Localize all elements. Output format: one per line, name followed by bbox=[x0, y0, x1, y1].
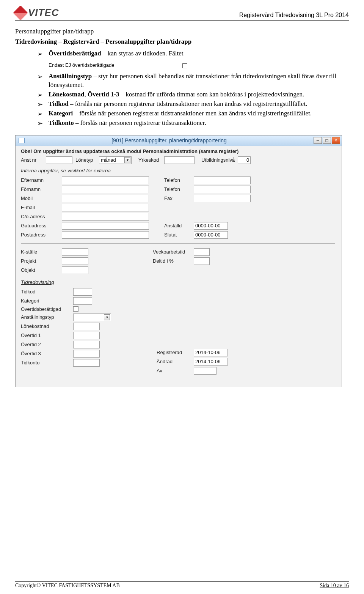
bullet-label: Övertidsberättigad bbox=[49, 50, 101, 57]
mobil-label: Mobil bbox=[21, 195, 59, 201]
lonekostnad-input[interactable] bbox=[73, 323, 100, 330]
bullet-tidkonto: Tidkonto – förslås när personen registre… bbox=[37, 119, 349, 128]
email-label: E-mail bbox=[21, 205, 59, 210]
telefon-label-2: Telefon bbox=[164, 186, 191, 192]
tidkod-label: Tidkod bbox=[21, 289, 70, 295]
window-titlebar: [901] Personaluppgifter, planering/tidra… bbox=[16, 136, 342, 146]
bullet-label: Kategori bbox=[49, 110, 73, 117]
bullet-label-2: Övertid 1-3 bbox=[88, 91, 119, 98]
kategori-input[interactable] bbox=[73, 297, 92, 305]
telefon-input-2[interactable] bbox=[194, 186, 251, 193]
mobil-input[interactable] bbox=[62, 195, 149, 202]
bullet-label: Lönekostnad bbox=[49, 91, 84, 98]
post-label: Postadress bbox=[21, 232, 59, 238]
deltid-input[interactable] bbox=[194, 257, 210, 265]
objekt-input[interactable] bbox=[62, 266, 88, 274]
bullet-text: – kostnad för utförda timmar som kan bok… bbox=[119, 91, 304, 98]
tidkonto-label: Tidkonto bbox=[21, 360, 70, 366]
overtid1-label: Övertid 1 bbox=[21, 332, 70, 338]
overtidsberattigad-label: Övertidsberättigad bbox=[21, 306, 70, 312]
telefon-label-1: Telefon bbox=[164, 177, 191, 183]
notice-text: Obs! Om uppgifter ändras uppdateras ocks… bbox=[21, 148, 335, 154]
fax-input[interactable] bbox=[194, 195, 251, 202]
page-number: Sida 10 av 16 bbox=[320, 583, 349, 589]
overtid3-label: Övertid 3 bbox=[21, 351, 70, 356]
telefon-input-1[interactable] bbox=[194, 176, 251, 184]
bullet-text: – förslås när personen registrerar tidst… bbox=[69, 100, 308, 107]
fornamn-input[interactable] bbox=[62, 186, 149, 193]
copyright-rest: ITEC FASTIGHETSSYSTEM AB bbox=[46, 583, 120, 588]
lonetype-label: Lönetyp bbox=[75, 157, 96, 163]
chevron-down-icon: ▾ bbox=[104, 314, 110, 320]
av-input[interactable] bbox=[194, 367, 217, 375]
lonetype-select[interactable]: månad ▾ bbox=[99, 156, 132, 164]
kstalle-input[interactable] bbox=[62, 248, 88, 256]
yrkeskod-label: Yrkeskod bbox=[138, 157, 161, 163]
andrad-input[interactable] bbox=[194, 358, 228, 366]
divider bbox=[21, 243, 335, 244]
bullet-sep: , bbox=[84, 91, 88, 98]
overtid2-input[interactable] bbox=[73, 341, 100, 348]
section-tidredovisning-title: Tidredovisning bbox=[21, 279, 335, 285]
bullet-lonekostnad: Lönekostnad, Övertid 1-3 – kostnad för u… bbox=[37, 90, 349, 99]
utbildningsniva-input[interactable] bbox=[238, 156, 251, 164]
tidkonto-input[interactable] bbox=[73, 359, 100, 367]
veckoarbetstid-input[interactable] bbox=[194, 248, 210, 256]
bullet-text: – kan styras av tidkoden. Fältet bbox=[101, 50, 184, 57]
bullet-label: Anställningstyp bbox=[49, 72, 92, 80]
anstnr-label: Anst nr bbox=[21, 157, 43, 163]
overtidsberattigad-checkbox[interactable] bbox=[73, 306, 78, 312]
section-internal-title: Interna uppgifter, se visitkort för exte… bbox=[21, 168, 335, 173]
co-label: C/o-adress bbox=[21, 214, 59, 219]
bullet-label: Tidkod bbox=[49, 100, 69, 107]
tidkod-input[interactable] bbox=[73, 288, 92, 296]
logo-mark-icon bbox=[13, 5, 28, 20]
page-footer: Copyright© VITEC FASTIGHETSSYSTEM AB Sid… bbox=[15, 581, 349, 589]
yrkeskod-input[interactable] bbox=[164, 156, 195, 164]
close-button[interactable]: × bbox=[332, 137, 340, 144]
overtid2-label: Övertid 2 bbox=[21, 342, 70, 347]
maximize-button[interactable]: □ bbox=[323, 137, 331, 144]
bullet-text: – förslås när personen registrerar tidst… bbox=[74, 119, 206, 126]
post-input[interactable] bbox=[62, 231, 149, 239]
deltid-label: Deltid i % bbox=[153, 258, 191, 264]
bullet-tidkod: Tidkod – förslås när personen registrera… bbox=[37, 100, 349, 109]
section-heading-1: Personaluppgifter plan/tidrapp bbox=[15, 27, 349, 36]
overtid1-input[interactable] bbox=[73, 332, 100, 339]
anstalld-input[interactable] bbox=[194, 222, 228, 230]
minimize-button[interactable]: – bbox=[314, 137, 322, 144]
chevron-down-icon: ▾ bbox=[124, 157, 130, 163]
email-input[interactable] bbox=[62, 204, 149, 211]
projekt-input[interactable] bbox=[62, 257, 88, 265]
andrad-label: Ändrad bbox=[157, 359, 191, 364]
efternamn-label: Efternamn bbox=[21, 177, 59, 183]
anstnr-input[interactable] bbox=[46, 156, 72, 164]
logo: VITEC bbox=[15, 7, 59, 19]
checkbox-icon bbox=[182, 63, 187, 68]
slutat-label: Slutat bbox=[164, 232, 191, 238]
inline-checkbox-label: Endast EJ övertidsberättigade bbox=[49, 62, 114, 69]
anstalld-label: Anställd bbox=[164, 223, 191, 228]
registrerad-input[interactable] bbox=[194, 349, 228, 356]
efternamn-input[interactable] bbox=[62, 176, 149, 184]
section-heading-2: Tidredovisning – Registervård – Personal… bbox=[15, 38, 349, 46]
lonetype-value: månad bbox=[101, 157, 116, 163]
app-window: [901] Personaluppgifter, planering/tidra… bbox=[15, 135, 342, 387]
veckoarbetstid-label: Veckoarbetstid bbox=[153, 249, 191, 255]
bullet-text: – styr hur personen skall behandlas när … bbox=[49, 72, 336, 88]
utbildningsniva-label: Utbildningsnivå bbox=[201, 157, 235, 163]
logo-text: VITEC bbox=[28, 7, 59, 19]
gatu-input[interactable] bbox=[62, 222, 149, 230]
overtid3-input[interactable] bbox=[73, 350, 100, 358]
window-icon bbox=[19, 138, 25, 143]
slutat-input[interactable] bbox=[194, 231, 228, 239]
anstallningstyp-label: Anställningstyp bbox=[21, 314, 70, 320]
fax-label: Fax bbox=[164, 195, 191, 201]
co-input[interactable] bbox=[62, 213, 149, 221]
registrerad-label: Registrerad bbox=[157, 350, 191, 355]
bullet-anstallningstyp: Anställningstyp – styr hur personen skal… bbox=[37, 72, 349, 90]
anstallningstyp-select[interactable]: ▾ bbox=[73, 314, 111, 321]
gatu-label: Gatuadress bbox=[21, 223, 59, 228]
bullet-list-top: Övertidsberättigad – kan styras av tidko… bbox=[15, 49, 349, 58]
window-title: [901] Personaluppgifter, planering/tidra… bbox=[25, 137, 314, 143]
